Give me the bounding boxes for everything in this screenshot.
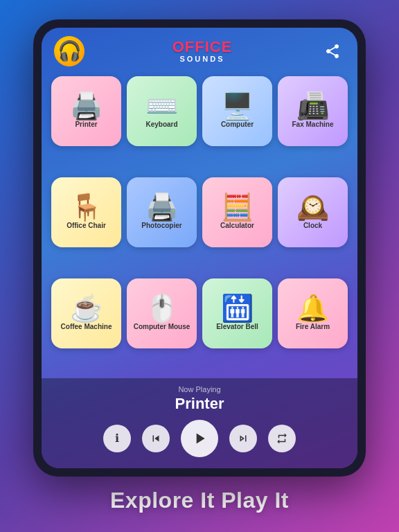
sound-card-printer[interactable]: 🖨️Printer <box>51 76 121 146</box>
title-sounds: SOUNDS <box>172 55 233 63</box>
office-chair-label: Office Chair <box>66 222 106 229</box>
coffee-machine-image: ☕ <box>70 295 103 321</box>
sound-card-keyboard[interactable]: ⌨️Keyboard <box>127 76 197 146</box>
app-title-block: OFFICE SOUNDS <box>172 39 233 63</box>
info-icon: ℹ <box>115 432 119 445</box>
photocopier-label: Photocopier <box>141 222 181 229</box>
player-section: Now Playing Printer ℹ <box>42 378 357 468</box>
sound-card-clock[interactable]: 🕰️Clock <box>278 177 348 247</box>
sound-card-calculator[interactable]: 🧮Calculator <box>202 177 272 247</box>
title-office: OFFICE <box>172 39 233 55</box>
printer-image: 🖨️ <box>70 93 103 119</box>
computer-mouse-label: Computer Mouse <box>134 323 190 330</box>
sound-card-office-chair[interactable]: 🪑Office Chair <box>51 177 121 247</box>
play-button[interactable] <box>181 420 218 457</box>
share-icon <box>324 43 341 60</box>
next-button[interactable] <box>229 425 257 452</box>
printer-label: Printer <box>75 121 97 128</box>
next-icon <box>237 432 249 445</box>
prev-icon <box>150 432 162 445</box>
keyboard-label: Keyboard <box>145 121 177 128</box>
elevator-bell-label: Elevator Bell <box>216 323 258 330</box>
clock-image: 🕰️ <box>296 194 329 220</box>
play-icon <box>190 429 209 447</box>
coffee-machine-label: Coffee Machine <box>61 323 112 330</box>
photocopier-image: 🖨️ <box>145 194 178 220</box>
prev-button[interactable] <box>142 425 170 452</box>
elevator-bell-image: 🛗 <box>221 295 254 321</box>
repeat-button[interactable] <box>268 425 296 452</box>
computer-mouse-image: 🖱️ <box>145 295 178 321</box>
bottom-tagline: Explore It Play It <box>110 488 289 513</box>
fire-alarm-image: 🔔 <box>296 295 329 321</box>
sound-card-computer[interactable]: 🖥️Computer <box>202 76 272 146</box>
share-button[interactable] <box>320 39 345 64</box>
computer-label: Computer <box>221 121 254 128</box>
clock-label: Clock <box>303 222 322 229</box>
calculator-label: Calculator <box>220 222 254 229</box>
sound-card-coffee-machine[interactable]: ☕Coffee Machine <box>51 278 121 348</box>
repeat-icon <box>276 432 288 445</box>
sound-card-computer-mouse[interactable]: 🖱️Computer Mouse <box>127 278 197 348</box>
fire-alarm-label: Fire Alarm <box>296 323 330 330</box>
now-playing-label: Now Playing <box>178 385 220 393</box>
header: OFFICE SOUNDS <box>42 28 357 72</box>
mascot-avatar <box>54 36 85 66</box>
info-button[interactable]: ℹ <box>103 425 131 452</box>
fax-machine-label: Fax Machine <box>292 121 333 128</box>
now-playing-title: Printer <box>175 395 224 413</box>
sound-card-elevator-bell[interactable]: 🛗Elevator Bell <box>202 278 272 348</box>
computer-image: 🖥️ <box>221 93 254 119</box>
sound-card-fire-alarm[interactable]: 🔔Fire Alarm <box>278 278 348 348</box>
calculator-image: 🧮 <box>221 194 254 220</box>
tablet-screen: OFFICE SOUNDS 🖨️Printer⌨️Keyboard🖥️Compu… <box>42 28 357 468</box>
keyboard-image: ⌨️ <box>145 93 178 119</box>
sound-card-fax-machine[interactable]: 📠Fax Machine <box>278 76 348 146</box>
fax-machine-image: 📠 <box>296 93 329 119</box>
tablet-frame: OFFICE SOUNDS 🖨️Printer⌨️Keyboard🖥️Compu… <box>33 19 366 477</box>
sounds-grid: 🖨️Printer⌨️Keyboard🖥️Computer📠Fax Machin… <box>42 72 357 378</box>
sound-card-photocopier[interactable]: 🖨️Photocopier <box>127 177 197 247</box>
office-chair-image: 🪑 <box>70 194 103 220</box>
player-controls: ℹ <box>103 420 296 457</box>
